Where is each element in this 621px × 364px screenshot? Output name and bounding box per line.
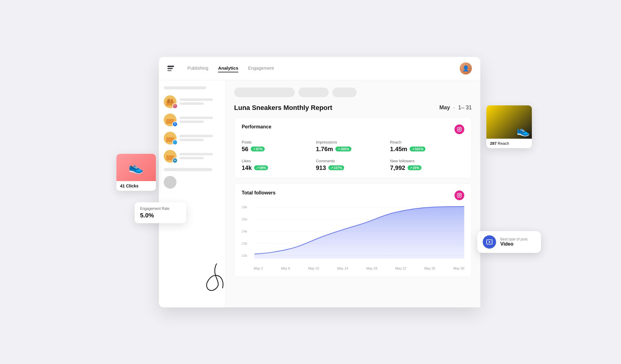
svg-rect-13 <box>457 127 461 131</box>
svg-text:26k: 26k <box>242 205 247 209</box>
svg-point-14 <box>458 128 460 130</box>
followers-chart-svg: 26k 25k 24k 23k 22k <box>242 204 464 265</box>
filter-pill-1[interactable] <box>234 88 295 97</box>
best-post-value: Video <box>500 241 527 247</box>
main-window: Publishing Analytics Engagement 👤 <box>159 57 480 307</box>
sidebar-item-lines <box>180 98 220 105</box>
best-post-icon <box>483 235 496 249</box>
metric-impressions: Impressions 1.76m 305% <box>316 140 390 153</box>
floating-best-post-card: Best type of post Video <box>477 231 541 253</box>
svg-point-6 <box>176 105 176 105</box>
best-post-text: Best type of post Video <box>500 237 527 247</box>
sidebar-item-twitter[interactable]: 🐦 <box>164 132 220 144</box>
tab-publishing[interactable]: Publishing <box>187 64 208 72</box>
filter-pill-3[interactable] <box>332 88 357 97</box>
svg-text:24k: 24k <box>242 230 247 233</box>
metric-new-followers: New followers 7,992 20% <box>390 159 464 171</box>
sidebar: f 🐦 <box>159 80 226 307</box>
sidebar-item-facebook[interactable]: f <box>164 114 220 126</box>
facebook-badge: f <box>172 121 178 127</box>
floating-engagement-card: Engagement Rate 5.0% <box>135 202 186 223</box>
metric-likes: Likes 14k 58% <box>242 159 316 171</box>
svg-point-18 <box>460 194 461 194</box>
sidebar-item-instagram[interactable] <box>164 95 220 108</box>
svg-point-15 <box>460 128 461 128</box>
performance-card: Performance Posts 56 87% Impressions <box>234 117 472 178</box>
filter-pill-2[interactable] <box>298 88 329 97</box>
svg-point-5 <box>174 105 175 106</box>
svg-rect-16 <box>457 193 461 197</box>
svg-text:23k: 23k <box>242 242 247 245</box>
sidebar-ghost-avatar <box>164 176 176 189</box>
twitter-badge: 🐦 <box>172 140 178 145</box>
svg-point-17 <box>458 194 460 196</box>
chart-instagram-icon <box>455 190 464 200</box>
instagram-icon <box>455 124 464 134</box>
instagram-badge <box>172 103 178 109</box>
tab-analytics[interactable]: Analytics <box>218 64 238 72</box>
report-date: May · 1– 31 <box>439 104 472 111</box>
engagement-rate-label: Engagement Rate <box>140 207 181 211</box>
sidebar-item-lines <box>180 135 220 141</box>
floating-clicks-image: 👟 <box>116 154 156 181</box>
metric-posts: Posts 56 87% <box>242 140 316 153</box>
performance-title: Performance <box>242 124 271 130</box>
chart-x-labels: May 2 May 6 May 10 May 14 May 18 May 22 … <box>242 265 464 270</box>
floating-reach-image: 👟 <box>486 105 532 139</box>
filter-bar <box>234 88 472 97</box>
metric-comments: Comments 913 107% <box>316 159 390 171</box>
metrics-grid: Posts 56 87% Impressions 1.76m 305% <box>242 140 464 171</box>
svg-text:25k: 25k <box>242 217 247 221</box>
svg-text:22k: 22k <box>242 254 247 257</box>
followers-chart-card: Total followers 26k 2 <box>234 183 472 277</box>
sidebar-item-lines <box>180 117 220 123</box>
svg-rect-3 <box>170 99 173 103</box>
metric-reach: Reach 1.45m 501% <box>390 140 464 153</box>
floating-reach-label: 287 Reach <box>486 139 532 148</box>
tab-engagement[interactable]: Engagement <box>248 64 274 72</box>
chart-area: 26k 25k 24k 23k 22k <box>242 204 464 265</box>
svg-rect-2 <box>167 99 170 103</box>
app-logo[interactable] <box>167 66 174 71</box>
sidebar-item-linkedin[interactable]: in <box>164 150 220 163</box>
sidebar-search-placeholder <box>164 86 206 89</box>
report-header: Luna Sneakers Monthly Report May · 1– 31 <box>234 104 472 112</box>
main-content: Luna Sneakers Monthly Report May · 1– 31… <box>226 80 480 307</box>
user-avatar[interactable]: 👤 <box>460 62 472 74</box>
nav-bar: Publishing Analytics Engagement 👤 <box>159 57 480 80</box>
svg-rect-4 <box>174 104 176 107</box>
sidebar-item-lines <box>180 153 220 159</box>
svg-marker-30 <box>489 241 491 243</box>
linkedin-badge: in <box>172 158 178 163</box>
floating-clicks-label: 41 Clicks <box>116 181 156 191</box>
best-post-label: Best type of post <box>500 237 527 241</box>
body-layout: f 🐦 <box>159 80 480 307</box>
floating-clicks-card: 👟 41 Clicks <box>116 154 156 191</box>
report-title: Luna Sneakers Monthly Report <box>234 104 332 112</box>
floating-reach-card: 👟 287 Reach <box>486 105 532 148</box>
engagement-rate-value: 5.0% <box>140 212 181 219</box>
chart-title: Total followers <box>242 190 276 196</box>
